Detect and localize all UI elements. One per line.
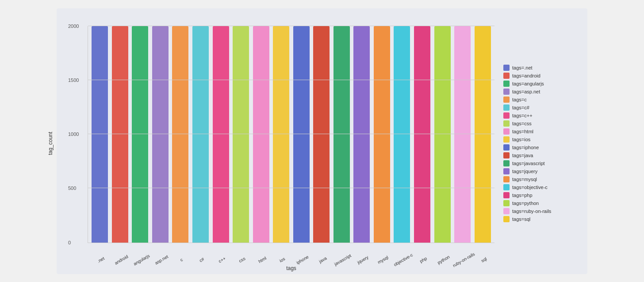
bar-group: python xyxy=(433,26,452,243)
x-label: iphone xyxy=(295,254,310,265)
legend-item: tags=c xyxy=(503,97,583,103)
legend-item: tags=mysql xyxy=(503,176,583,182)
legend-item: tags=asp.net xyxy=(503,89,583,95)
x-label: .net xyxy=(97,255,106,263)
legend-item: tags=angularjs xyxy=(503,81,583,87)
y-tick-label: 2000 xyxy=(68,23,79,29)
x-label: javascript xyxy=(334,253,352,267)
legend-color-swatch xyxy=(503,65,510,71)
bar xyxy=(454,26,471,243)
legend-color-swatch xyxy=(503,136,510,143)
bar-group: iphone xyxy=(291,26,311,243)
bar-group: ruby-on-rails xyxy=(453,26,472,243)
bar-group: sql xyxy=(473,26,492,243)
legend-label: tags=c xyxy=(512,97,527,102)
legend-item: tags=ruby-on-rails xyxy=(503,208,583,214)
bar xyxy=(334,26,350,243)
bar xyxy=(374,26,390,243)
legend-color-swatch xyxy=(503,81,510,87)
y-tick-label: 0 xyxy=(68,240,71,245)
legend-color-swatch xyxy=(503,168,510,174)
bar xyxy=(132,26,148,243)
legend-item: tags=php xyxy=(503,192,583,198)
x-label: asp.net xyxy=(154,254,169,265)
chart-area: tag_count .netandroidangularjsasp.netcc#… xyxy=(61,17,499,270)
x-label: html xyxy=(257,255,267,264)
legend-item: tags=objective-c xyxy=(503,184,583,190)
grid-line xyxy=(88,134,494,134)
bar-group: html xyxy=(251,26,271,243)
bar xyxy=(414,26,430,243)
bar xyxy=(353,26,370,243)
bar xyxy=(273,26,289,243)
legend-color-swatch xyxy=(503,112,510,119)
grid-line xyxy=(88,80,494,80)
bar xyxy=(92,26,108,243)
x-label: c xyxy=(180,257,184,262)
plot-area: .netandroidangularjsasp.netcc#c++csshtml… xyxy=(88,26,494,243)
legend-label: tags=python xyxy=(512,201,539,206)
bar xyxy=(172,26,188,243)
legend-label: tags=sql xyxy=(512,216,530,222)
legend-label: tags=.net xyxy=(512,65,533,70)
legend-color-swatch xyxy=(503,144,510,151)
bar-group: javascript xyxy=(332,26,352,243)
legend-item: tags=android xyxy=(503,73,583,79)
legend-color-swatch xyxy=(503,160,510,166)
legend-color-swatch xyxy=(503,120,510,127)
legend-color-swatch xyxy=(503,128,510,135)
bar xyxy=(233,26,249,243)
legend-item: tags=iphone xyxy=(503,144,583,151)
bar xyxy=(253,26,269,243)
legend-color-swatch xyxy=(503,152,510,158)
chart-container: tag_count .netandroidangularjsasp.netcc#… xyxy=(57,8,587,274)
bar xyxy=(112,26,128,243)
bar-group: java xyxy=(312,26,331,243)
legend-color-swatch xyxy=(503,192,510,198)
legend-color-swatch xyxy=(503,184,510,190)
y-tick-label: 500 xyxy=(68,185,76,191)
legend-item: tags=jquery xyxy=(503,168,583,174)
x-label: ios xyxy=(279,256,286,263)
legend-color-swatch xyxy=(503,104,510,111)
legend-label: tags=mysql xyxy=(512,177,537,182)
legend-item: tags=ios xyxy=(503,136,583,143)
bar-group: c++ xyxy=(211,26,230,243)
x-label: objective-c xyxy=(393,252,414,267)
bar-group: css xyxy=(231,26,251,243)
legend-color-swatch xyxy=(503,216,510,222)
bar xyxy=(475,26,491,243)
x-label: mysql xyxy=(377,255,389,265)
legend-label: tags=asp.net xyxy=(512,89,540,94)
legend-item: tags=python xyxy=(503,200,583,206)
bar-group: angularjs xyxy=(130,26,150,243)
legend-label: tags=android xyxy=(512,73,540,78)
y-tick-label: 1500 xyxy=(68,77,79,83)
legend-label: tags=angularjs xyxy=(512,81,544,86)
legend-label: tags=java xyxy=(512,153,533,158)
legend-color-swatch xyxy=(503,208,510,214)
legend-label: tags=c++ xyxy=(512,113,533,118)
x-label: android xyxy=(114,254,129,265)
bar-group: c# xyxy=(191,26,211,243)
bar xyxy=(394,26,410,243)
bar-group: php xyxy=(413,26,432,243)
bar-group: objective-c xyxy=(392,26,412,243)
bar-group: jquery xyxy=(352,26,372,243)
bars-wrapper: .netandroidangularjsasp.netcc#c++csshtml… xyxy=(88,26,494,243)
legend-label: tags=objective-c xyxy=(512,185,548,190)
bar-group: ios xyxy=(272,26,291,243)
legend-item: tags=java xyxy=(503,152,583,158)
legend-label: tags=javascript xyxy=(512,161,545,166)
legend-label: tags=php xyxy=(512,193,533,198)
legend-color-swatch xyxy=(503,89,510,95)
x-label: ruby-on-rails xyxy=(452,251,476,268)
grid-line xyxy=(88,26,494,26)
x-label: sql xyxy=(480,256,488,263)
legend-item: tags=c++ xyxy=(503,112,583,119)
x-label: jquery xyxy=(356,255,369,265)
legend-color-swatch xyxy=(503,200,510,206)
bar xyxy=(293,26,310,243)
legend-label: tags=css xyxy=(512,121,532,126)
bar xyxy=(434,26,451,243)
